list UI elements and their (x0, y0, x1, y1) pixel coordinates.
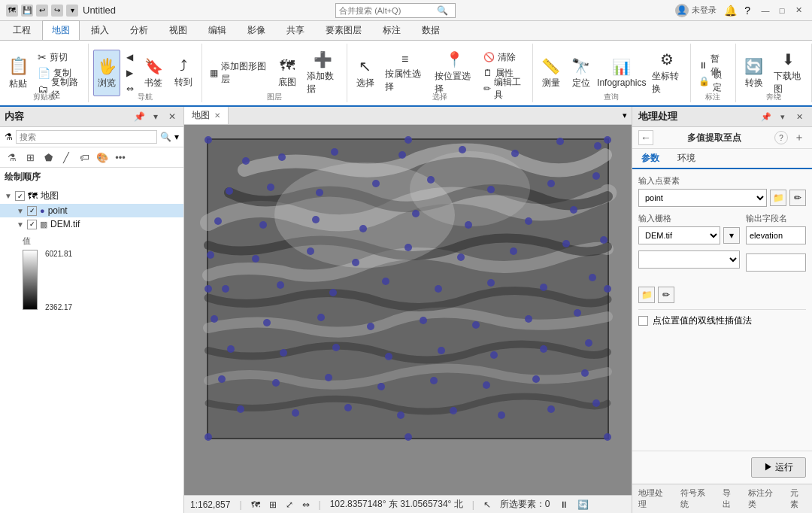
bottom-tab-geoprocessing[interactable]: 地理处理 (635, 486, 673, 511)
help-icon[interactable]: ? (744, 5, 750, 17)
tab-annotation[interactable]: 标注 (373, 20, 411, 40)
gp-back-button[interactable]: ← (638, 130, 653, 145)
search-input[interactable] (339, 6, 437, 15)
gp-tab-params[interactable]: 参数 (632, 149, 668, 169)
undo-icon[interactable]: ↩ (36, 5, 48, 17)
select-by-loc-button[interactable]: 📍 按位置选择 (432, 50, 478, 96)
add-graphic-button[interactable]: ▦添加图形图层 (207, 65, 271, 80)
locate-button[interactable]: 🔭 定位 (568, 50, 595, 96)
rp-close-button[interactable]: ✕ (792, 110, 806, 123)
infographics-button[interactable]: 📊 Infographics (598, 50, 646, 96)
basemap-button[interactable]: 🗺 底图 (274, 50, 301, 96)
input-point-select[interactable]: point (638, 189, 767, 207)
add-data-button[interactable]: ➕ 添加数据 (304, 50, 342, 96)
bell-icon[interactable]: 🔔 (724, 5, 737, 17)
tab-data[interactable]: 数据 (412, 20, 450, 40)
rp-menu-button[interactable]: ▾ (776, 110, 789, 123)
download-map-button[interactable]: ⬇ 下载地图 (771, 50, 807, 96)
polygon-icon[interactable]: ⬟ (41, 150, 56, 165)
point-checkbox[interactable]: ✓ (27, 206, 37, 216)
map-layer-group[interactable]: ▼ ✓ 🗺 地图 (0, 188, 183, 204)
title-bar-search[interactable]: 🔍 (335, 3, 456, 18)
tab-feature-layer[interactable]: 要素图层 (316, 20, 371, 40)
input-raster-select[interactable]: DEM.tif (638, 226, 720, 244)
label-icon[interactable]: 🏷 (77, 150, 92, 165)
dem-layer-item[interactable]: ▼ ✓ ▩ DEM.tif (0, 217, 183, 231)
select-by-attr-button[interactable]: ≡ 按属性选择 (382, 50, 429, 96)
input-point-row: point 📁 ✏ (638, 189, 806, 207)
close-button[interactable]: ✕ (791, 3, 806, 18)
nav-next-button[interactable]: ▶ (123, 65, 137, 80)
input-raster-dropdown[interactable]: ▾ (723, 227, 740, 244)
line-icon[interactable]: ╱ (59, 150, 74, 165)
point-57 (218, 375, 226, 383)
clear-selection-button[interactable]: 🚫清除 (480, 50, 528, 65)
map-tab-dropdown[interactable]: ▾ (618, 111, 632, 120)
input-point-edit-btn[interactable]: ✏ (789, 190, 806, 206)
svg-point-7 (405, 434, 411, 440)
coord-transform-button[interactable]: ⚙ 坐标转换 (649, 50, 686, 96)
lock-button[interactable]: 🔒锁定 (695, 74, 731, 89)
bottom-tab-symbology[interactable]: 符号系统 (677, 486, 715, 511)
input-point-folder-btn[interactable]: 📁 (770, 190, 786, 206)
map-checkbox[interactable]: ✓ (15, 191, 25, 201)
filter-layers-icon[interactable]: ⚗ (5, 150, 20, 165)
ribbon-group-query: 📏 测量 🔭 定位 📊 Infographics ⚙ 坐标转换 查询 (533, 44, 691, 102)
tab-share[interactable]: 共享 (277, 20, 314, 40)
tab-project[interactable]: 工程 (3, 20, 41, 40)
nav-prev-button[interactable]: ◀ (123, 50, 137, 65)
point-48 (574, 309, 581, 317)
point-15 (592, 172, 600, 180)
map-area[interactable] (184, 125, 632, 495)
minimize-button[interactable]: — (758, 3, 773, 18)
save-icon[interactable]: 💾 (21, 5, 33, 17)
point-28 (404, 244, 412, 251)
more-tools-icon[interactable]: ••• (113, 150, 128, 165)
bottom-tab-element[interactable]: 元素 (787, 486, 809, 511)
bottom-tab-export[interactable]: 导出 (720, 486, 741, 511)
pin-button[interactable]: 📌 (132, 110, 146, 123)
point-61 (430, 377, 438, 384)
cut-button[interactable]: ✂剪切 (35, 50, 83, 65)
tab-edit[interactable]: 编辑 (198, 20, 236, 40)
bottom-tab-annotation-class[interactable]: 标注分类 (745, 486, 783, 511)
convert-button[interactable]: 🔄 转换 (741, 50, 768, 96)
gp-plus-button[interactable]: ＋ (792, 131, 806, 144)
table-icon[interactable]: ⊞ (23, 150, 38, 165)
style-icon[interactable]: 🎨 (95, 150, 110, 165)
search-dropdown-icon[interactable]: ▾ (174, 132, 179, 142)
map-tab-map[interactable]: 地图 ✕ (184, 107, 229, 124)
expand-icon[interactable]: ▾ (66, 5, 78, 17)
tab-analysis[interactable]: 分析 (120, 20, 158, 40)
dem-checkbox[interactable]: ✓ (27, 220, 37, 229)
browse-button[interactable]: 🖐 浏览 (93, 50, 120, 96)
output-field-input[interactable] (746, 226, 806, 244)
map-tab-close[interactable]: ✕ (214, 111, 220, 120)
panel-close-button[interactable]: ✕ (165, 110, 179, 123)
gp-tab-env[interactable]: 环境 (668, 149, 704, 168)
tab-map[interactable]: 地图 (42, 20, 80, 40)
maximize-button[interactable]: □ (774, 3, 789, 18)
bookmark-button[interactable]: 🔖 书签 (140, 50, 167, 96)
tab-imagery[interactable]: 影像 (238, 20, 275, 40)
bilinear-checkbox[interactable] (638, 316, 648, 326)
add-raster-edit-btn[interactable]: ✏ (658, 287, 674, 303)
content-search-input[interactable] (16, 130, 157, 144)
point-layer-item[interactable]: ▼ ✓ ● point (0, 204, 183, 217)
paste-button[interactable]: 📋 粘贴 (5, 50, 32, 96)
search-btn-icon[interactable]: 🔍 (160, 132, 171, 142)
add-raster-folder-btn[interactable]: 📁 (638, 287, 655, 303)
run-button[interactable]: ▶ 运行 (751, 457, 806, 478)
point-66 (292, 409, 299, 417)
output-field-input2[interactable] (746, 253, 806, 272)
panel-menu-button[interactable]: ▾ (149, 110, 162, 123)
redo-icon[interactable]: ↪ (51, 5, 63, 17)
rp-pin-button[interactable]: 📌 (759, 110, 773, 123)
input-raster-select2[interactable] (638, 250, 740, 269)
gp-help-button[interactable]: ? (774, 131, 788, 144)
tab-insert[interactable]: 插入 (81, 20, 119, 40)
tab-view[interactable]: 视图 (159, 20, 197, 40)
select-button[interactable]: ↖ 选择 (352, 50, 379, 96)
measure-button[interactable]: 📏 测量 (538, 50, 565, 96)
goto-button[interactable]: ⤴ 转到 (170, 50, 197, 96)
